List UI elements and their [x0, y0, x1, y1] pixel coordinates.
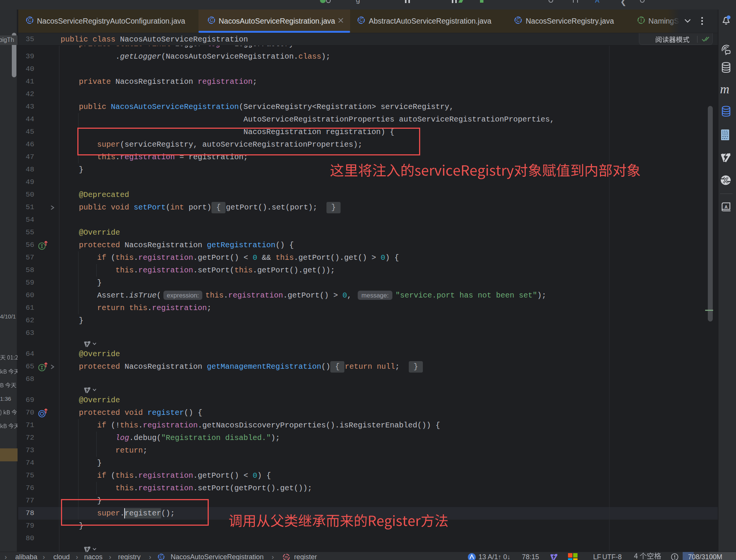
svg-text:I: I — [640, 18, 642, 23]
svg-text:C: C — [359, 18, 363, 23]
svg-text:A: A — [725, 205, 728, 209]
svg-text:C: C — [516, 18, 520, 23]
svg-text:m: m — [285, 555, 288, 559]
svg-text:C: C — [210, 18, 213, 23]
svg-text:C: C — [28, 18, 31, 23]
svg-text:C: C — [160, 555, 163, 559]
